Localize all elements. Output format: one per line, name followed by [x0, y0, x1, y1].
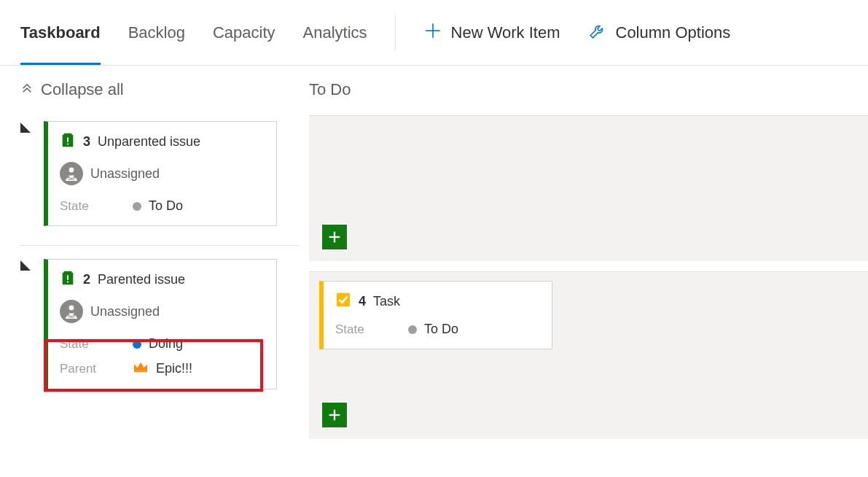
swimlane-cell[interactable]: 4 Task State To Do [309, 271, 868, 439]
tabs: Taskboard Backlog Capacity Analytics [20, 0, 367, 65]
svg-point-16 [69, 305, 74, 311]
work-item-title: Unparented issue [98, 134, 200, 150]
collapse-all-button[interactable]: Collapse all [20, 80, 299, 99]
svg-rect-14 [67, 282, 69, 283]
new-work-item-label: New Work Item [451, 23, 560, 42]
svg-rect-18 [134, 371, 147, 372]
state-value: To Do [424, 322, 458, 337]
tab-analytics[interactable]: Analytics [303, 0, 367, 65]
tab-backlog[interactable]: Backlog [128, 0, 185, 65]
new-work-item-button[interactable]: New Work Item [423, 21, 560, 44]
tab-taskboard[interactable]: Taskboard [20, 0, 101, 65]
swimlane-cell[interactable] [309, 115, 868, 261]
state-label: State [60, 337, 133, 352]
chevron-double-up-icon [20, 80, 34, 99]
parent-label: Parent [60, 362, 133, 376]
divider [395, 15, 396, 50]
avatar-icon [60, 300, 83, 323]
work-item-title: Task [373, 294, 400, 309]
column-header: To Do [309, 80, 868, 99]
svg-rect-6 [67, 144, 69, 145]
work-item-id: 2 [83, 272, 90, 287]
tab-label: Analytics [303, 23, 367, 42]
state-dot-icon [133, 340, 141, 349]
tab-label: Taskboard [20, 23, 101, 42]
backlog-card[interactable]: 3 Unparented issue Unassigned State T [44, 121, 277, 226]
svg-point-15 [60, 300, 83, 323]
state-value: Doing [149, 336, 183, 352]
state-label: State [60, 199, 133, 214]
work-item-id: 4 [359, 294, 366, 309]
svg-point-8 [69, 167, 74, 173]
lane-collapse-toggle[interactable] [20, 121, 31, 136]
state-value: To Do [149, 198, 183, 214]
tab-capacity[interactable]: Capacity [213, 0, 275, 65]
plus-icon [423, 21, 442, 44]
svg-marker-10 [20, 260, 31, 271]
task-icon [335, 292, 351, 311]
issue-icon [60, 270, 76, 290]
task-card[interactable]: 4 Task State To Do [319, 281, 552, 349]
assignee-label: Unassigned [90, 304, 160, 319]
column-options-label: Column Options [616, 23, 731, 42]
work-item-title: Parented issue [98, 272, 185, 287]
add-task-button[interactable] [321, 401, 348, 429]
tab-label: Backlog [128, 23, 185, 42]
toolbar: Taskboard Backlog Capacity Analytics New… [0, 0, 868, 66]
crown-icon [133, 360, 149, 377]
wrench-icon [588, 21, 607, 44]
add-task-button[interactable] [321, 223, 348, 251]
state-dot-icon [133, 202, 141, 211]
svg-point-7 [60, 162, 83, 185]
column-options-button[interactable]: Column Options [588, 21, 731, 44]
assignee-label: Unassigned [90, 166, 160, 182]
state-dot-icon [408, 325, 417, 334]
backlog-card[interactable]: 2 Parented issue Unassigned State Doi [44, 259, 277, 389]
avatar-icon [60, 162, 83, 185]
issue-icon [60, 132, 76, 152]
parent-value: Epic!!! [156, 361, 192, 376]
state-label: State [335, 322, 408, 337]
work-item-id: 3 [83, 134, 90, 150]
svg-marker-2 [20, 123, 31, 133]
svg-rect-5 [67, 137, 69, 141]
svg-rect-13 [67, 275, 69, 279]
lane-divider [20, 245, 299, 246]
tab-label: Capacity [213, 23, 275, 42]
lane-collapse-toggle[interactable] [20, 259, 31, 274]
collapse-all-label: Collapse all [41, 80, 124, 99]
